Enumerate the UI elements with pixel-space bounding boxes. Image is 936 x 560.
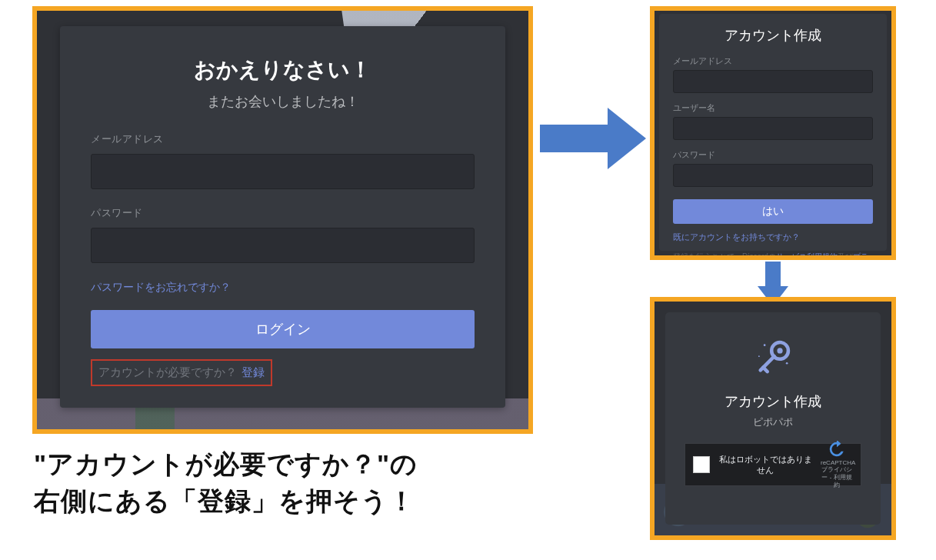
tos-text: 登録を行うことで、Discordのサービス利用規約及びプライバシーポリシーに同意… xyxy=(673,251,873,260)
captcha-subtitle: ピポパポ xyxy=(753,415,793,429)
register-submit-button[interactable]: はい xyxy=(673,199,873,224)
password-label: パスワード xyxy=(91,206,475,220)
caption-line-2: 右側にある「登録」を押そう！ xyxy=(34,483,572,520)
tos-link[interactable]: サービス利用規約 xyxy=(776,252,838,260)
tos-mid: 及び xyxy=(838,252,853,260)
email-label: メールアドレス xyxy=(91,132,475,146)
recaptcha-icon xyxy=(828,441,845,458)
captcha-card: アカウント作成 ピポパポ 私はロボットではありません reCAPTCHA プライ… xyxy=(665,312,881,525)
forgot-password-link[interactable]: パスワードをお忘れですか？ xyxy=(91,281,231,295)
svg-point-4 xyxy=(764,344,766,346)
recaptcha-logo: reCAPTCHA プライバシー - 利用規約 xyxy=(821,441,853,488)
recaptcha-text: 私はロボットではありません xyxy=(718,454,813,476)
register-title: アカウント作成 xyxy=(673,26,873,45)
recaptcha-brand-sub: プライバシー - 利用規約 xyxy=(821,466,853,488)
recaptcha-widget: 私はロボットではありません reCAPTCHA プライバシー - 利用規約 xyxy=(685,443,861,486)
password-field[interactable] xyxy=(91,228,475,263)
tos-prefix: 登録を行うことで、Discordの xyxy=(673,252,776,260)
email-field[interactable] xyxy=(91,154,475,189)
caption-line-1: "アカウントが必要ですか？"の xyxy=(34,446,572,483)
need-account-row: アカウントが必要ですか？ 登録 xyxy=(91,359,272,386)
svg-point-6 xyxy=(758,355,760,357)
captcha-title: アカウント作成 xyxy=(724,392,821,411)
instruction-caption: "アカウントが必要ですか？"の 右側にある「登録」を押そう！ xyxy=(34,446,572,519)
reg-password-field[interactable] xyxy=(673,164,873,187)
reg-email-field[interactable] xyxy=(673,70,873,93)
key-icon xyxy=(751,335,795,380)
need-account-text: アカウントが必要ですか？ xyxy=(98,365,237,378)
reg-username-label: ユーザー名 xyxy=(673,102,873,114)
recaptcha-brand: reCAPTCHA xyxy=(821,459,853,467)
login-panel-frame: おかえりなさい！ またお会いしましたね！ メールアドレス パスワード パスワード… xyxy=(32,6,533,434)
reg-username-field[interactable] xyxy=(673,117,873,140)
register-link[interactable]: 登録 xyxy=(241,365,265,380)
register-card: アカウント作成 メールアドレス ユーザー名 パスワード はい 既にアカウントをお… xyxy=(659,14,887,251)
login-button[interactable]: ログイン xyxy=(91,310,475,348)
svg-point-1 xyxy=(777,348,782,353)
captcha-panel-frame: アカウント作成 ピポパポ 私はロボットではありません reCAPTCHA プライ… xyxy=(650,297,896,540)
already-have-account-link[interactable]: 既にアカウントをお持ちですか？ xyxy=(673,232,873,243)
login-title: おかえりなさい！ xyxy=(91,55,475,85)
svg-line-3 xyxy=(763,368,767,372)
login-subtitle: またお会いしましたね！ xyxy=(91,92,475,111)
arrow-right-icon xyxy=(540,108,648,169)
login-card: おかえりなさい！ またお会いしましたね！ メールアドレス パスワード パスワード… xyxy=(60,26,505,408)
register-panel-frame: アカウント作成 メールアドレス ユーザー名 パスワード はい 既にアカウントをお… xyxy=(650,6,896,260)
recaptcha-checkbox[interactable] xyxy=(693,456,710,473)
reg-password-label: パスワード xyxy=(673,149,873,161)
reg-email-label: メールアドレス xyxy=(673,55,873,67)
svg-point-5 xyxy=(786,362,788,365)
